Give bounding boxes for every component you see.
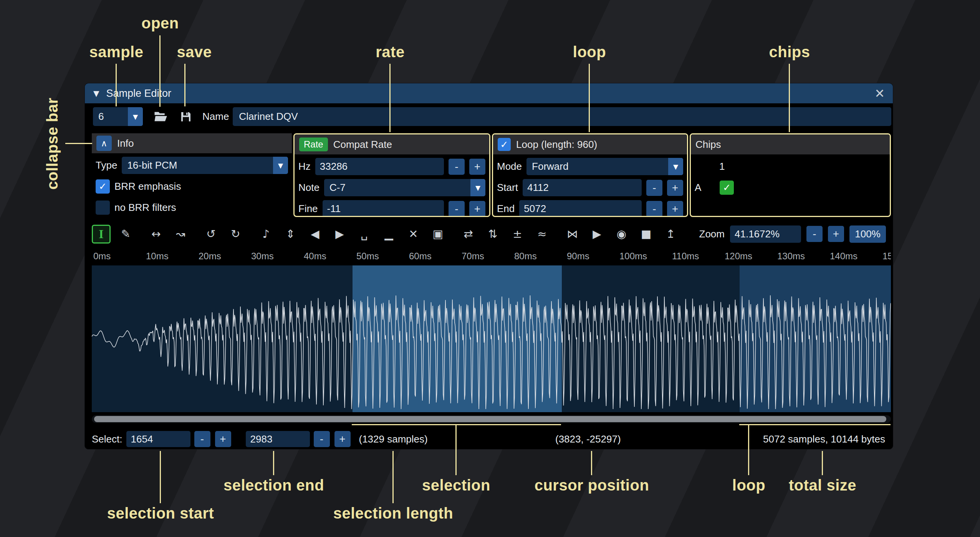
select-label: Select: bbox=[92, 433, 122, 445]
note-select[interactable]: C-7 ▼ bbox=[324, 179, 485, 196]
crossfade-loop-button[interactable]: ⋈ bbox=[563, 225, 582, 244]
sample-editor-window: ▼ Sample Editor × 6 ▼ Name bbox=[84, 83, 893, 449]
zoom-input[interactable] bbox=[730, 225, 801, 243]
loop-end-minus-button[interactable]: - bbox=[646, 201, 662, 217]
no-brr-filters-label: no BRR filters bbox=[114, 202, 176, 214]
selection-start-minus-button[interactable]: - bbox=[194, 431, 210, 447]
annotation-cursor-position: cursor position bbox=[535, 477, 649, 494]
selection-end-input[interactable] bbox=[246, 431, 310, 447]
toolbar-icon-groups: I✎↔↝↺↻♪⇕◀▶␣▁✕▣⇄⇅±≈⋈▶◉■↥ bbox=[92, 225, 680, 244]
hz-label: Hz bbox=[298, 161, 311, 172]
loop-start-minus-button[interactable]: - bbox=[646, 180, 662, 196]
loop-mode-select[interactable]: Forward ▼ bbox=[526, 158, 683, 175]
annotation-selection: selection bbox=[422, 477, 490, 494]
selection-start-plus-button[interactable]: + bbox=[215, 431, 231, 447]
apply-filter-button[interactable]: ≈ bbox=[533, 225, 551, 244]
hz-input[interactable] bbox=[315, 158, 444, 175]
loop-mode-value: Forward bbox=[526, 161, 668, 172]
zoom-in-button[interactable]: + bbox=[828, 226, 844, 242]
time-ruler[interactable]: 0ms10ms20ms30ms40ms50ms60ms70ms80ms90ms1… bbox=[92, 249, 891, 263]
preview-from-cursor-button[interactable]: ◉ bbox=[612, 225, 631, 244]
chevron-down-icon: ▼ bbox=[128, 107, 143, 126]
chip-a1-checkbox[interactable]: ✓ bbox=[720, 181, 734, 195]
zoom-reset-button[interactable]: 100% bbox=[849, 225, 886, 243]
loop-end-label: End bbox=[497, 203, 515, 215]
loop-mode-label: Mode bbox=[497, 161, 522, 172]
selection-start-input[interactable] bbox=[126, 431, 190, 447]
ruler-label-90ms: 90ms bbox=[567, 251, 589, 262]
fine-minus-button[interactable]: - bbox=[449, 201, 465, 217]
scrollbar-thumb[interactable] bbox=[94, 416, 886, 422]
save-sample-button[interactable] bbox=[176, 107, 195, 126]
name-row: 6 ▼ Name bbox=[85, 107, 893, 126]
reverse-button[interactable]: ⇄ bbox=[459, 225, 478, 244]
sample-type-select[interactable]: 16-bit PCM ▼ bbox=[122, 157, 288, 174]
waveform-plot[interactable] bbox=[92, 265, 891, 412]
selection-end-minus-button[interactable]: - bbox=[314, 431, 330, 447]
trim-button[interactable]: ▣ bbox=[429, 225, 447, 244]
edit-mode-draw-button[interactable]: ✎ bbox=[116, 225, 135, 244]
close-icon[interactable]: × bbox=[875, 85, 884, 101]
ruler-label-150ms: 150ms bbox=[882, 251, 891, 262]
chips-panel-header: Chips bbox=[691, 134, 890, 154]
preview-button[interactable]: ▶ bbox=[588, 225, 606, 244]
signed-unsigned-button[interactable]: ± bbox=[508, 225, 527, 244]
fine-plus-button[interactable]: + bbox=[469, 201, 485, 217]
hz-plus-button[interactable]: + bbox=[469, 159, 485, 175]
normalize-button[interactable]: ⇕ bbox=[281, 225, 300, 244]
stop-preview-button[interactable]: ■ bbox=[637, 225, 656, 244]
redo-button[interactable]: ↻ bbox=[226, 225, 245, 244]
fine-input[interactable] bbox=[323, 200, 444, 217]
open-folder-icon bbox=[154, 111, 168, 123]
edit-mode-select-button[interactable]: I bbox=[92, 225, 111, 244]
chevron-down-icon: ▼ bbox=[470, 179, 485, 196]
no-brr-filters-checkbox[interactable] bbox=[96, 201, 110, 215]
window-title: Sample Editor bbox=[106, 88, 171, 99]
fade-out-button[interactable]: ▶ bbox=[330, 225, 349, 244]
ruler-label-100ms: 100ms bbox=[619, 251, 647, 262]
hz-minus-button[interactable]: - bbox=[449, 159, 465, 175]
fade-in-button[interactable]: ◀ bbox=[306, 225, 324, 244]
sample-name-input[interactable] bbox=[233, 107, 891, 126]
waveform-view[interactable] bbox=[92, 265, 891, 412]
annotation-total-size: total size bbox=[789, 477, 856, 494]
amplify-button[interactable]: ♪ bbox=[257, 225, 275, 244]
brr-emphasis-checkbox[interactable]: ✓ bbox=[96, 179, 110, 194]
resample-button[interactable]: ↝ bbox=[171, 225, 190, 244]
note-label: Note bbox=[298, 182, 319, 194]
ruler-label-40ms: 40ms bbox=[304, 251, 326, 262]
undo-button[interactable]: ↺ bbox=[202, 225, 220, 244]
apply-silence-button[interactable]: ▁ bbox=[379, 225, 398, 244]
selection-end-plus-button[interactable]: + bbox=[334, 431, 351, 447]
chevron-down-icon: ▼ bbox=[668, 158, 683, 175]
insert-silence-button[interactable]: ␣ bbox=[355, 225, 374, 244]
ruler-label-10ms: 10ms bbox=[146, 251, 169, 262]
loop-start-plus-button[interactable]: + bbox=[667, 180, 683, 196]
ruler-label-50ms: 50ms bbox=[356, 251, 379, 262]
collapse-bar-button[interactable]: ∧ bbox=[96, 136, 112, 151]
type-label: Type bbox=[96, 159, 117, 171]
loop-enable-checkbox[interactable]: ✓ bbox=[498, 138, 511, 151]
info-panel: ∧ Info Type 16-bit PCM ▼ ✓ BRR emphasis … bbox=[92, 133, 292, 217]
zoom-out-button[interactable]: - bbox=[806, 226, 823, 242]
invert-button[interactable]: ⇅ bbox=[483, 225, 502, 244]
delete-button[interactable]: ✕ bbox=[404, 225, 423, 244]
open-sample-button[interactable] bbox=[151, 107, 170, 126]
sample-number-select[interactable]: 6 ▼ bbox=[93, 107, 143, 126]
brr-emphasis-label: BRR emphasis bbox=[114, 181, 181, 192]
collapse-window-icon[interactable]: ▼ bbox=[93, 89, 99, 98]
annotation-selection-start: selection start bbox=[107, 505, 214, 522]
annotation-selection-length: selection length bbox=[333, 505, 454, 522]
titlebar[interactable]: ▼ Sample Editor × bbox=[85, 83, 893, 103]
loop-end-input[interactable] bbox=[519, 200, 642, 217]
annotation-selection-end-line bbox=[273, 451, 274, 475]
loop-end-plus-button[interactable]: + bbox=[667, 201, 683, 217]
waveform-scrollbar[interactable] bbox=[92, 415, 891, 423]
import-button[interactable]: ↥ bbox=[661, 225, 680, 244]
ruler-label-30ms: 30ms bbox=[251, 251, 274, 262]
name-label: Name bbox=[202, 111, 229, 123]
ruler-label-120ms: 120ms bbox=[725, 251, 752, 262]
check-icon: ✓ bbox=[99, 181, 107, 192]
resize-button[interactable]: ↔ bbox=[147, 225, 166, 244]
loop-start-input[interactable] bbox=[523, 179, 642, 196]
